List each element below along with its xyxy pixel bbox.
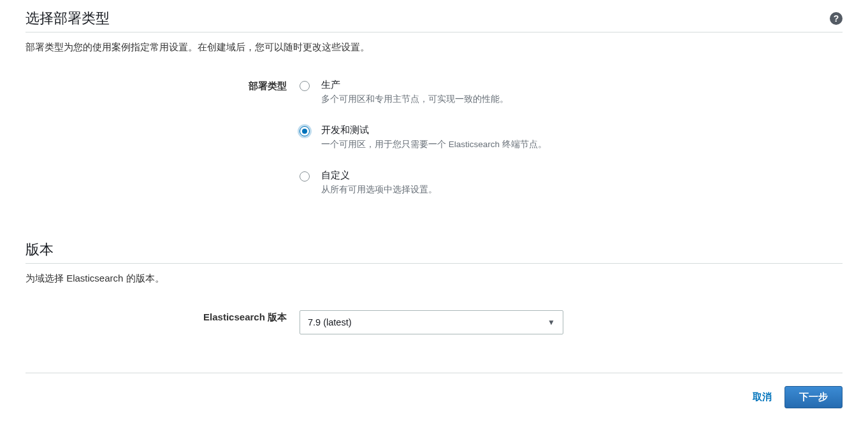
- radio-label-devtest: 开发和测试: [321, 124, 547, 136]
- radio-option-production[interactable]: 生产 多个可用区和专用主节点，可实现一致的性能。: [300, 79, 843, 105]
- radio-label-custom: 自定义: [321, 169, 437, 182]
- radio-circle-production[interactable]: [300, 81, 310, 91]
- version-title: 版本: [25, 240, 843, 259]
- deployment-type-radio-group: 生产 多个可用区和专用主节点，可实现一致的性能。 开发和测试 一个可用区，用于您…: [300, 79, 843, 196]
- version-select[interactable]: 7.9 (latest) ▼: [300, 310, 563, 334]
- radio-desc-devtest: 一个可用区，用于您只需要一个 Elasticsearch 终端节点。: [321, 139, 547, 150]
- radio-label-production: 生产: [321, 79, 509, 91]
- footer: 取消 下一步: [25, 373, 843, 408]
- deployment-type-description: 部署类型为您的使用案例指定常用设置。在创建域后，您可以随时更改这些设置。: [25, 41, 843, 54]
- deployment-type-title: 选择部署类型: [25, 9, 110, 28]
- version-label: Elasticsearch 版本: [203, 312, 287, 322]
- radio-circle-devtest[interactable]: [300, 126, 310, 136]
- radio-option-custom[interactable]: 自定义 从所有可用选项中选择设置。: [300, 169, 843, 196]
- radio-desc-production: 多个可用区和专用主节点，可实现一致的性能。: [321, 94, 509, 105]
- version-select-value: 7.9 (latest): [308, 317, 352, 327]
- radio-circle-custom[interactable]: [300, 171, 310, 182]
- next-button[interactable]: 下一步: [785, 386, 843, 408]
- deployment-type-label: 部署类型: [249, 80, 287, 91]
- cancel-button[interactable]: 取消: [753, 391, 772, 403]
- radio-option-devtest[interactable]: 开发和测试 一个可用区，用于您只需要一个 Elasticsearch 终端节点。: [300, 124, 843, 150]
- chevron-down-icon: ▼: [547, 318, 555, 327]
- version-description: 为域选择 Elasticsearch 的版本。: [25, 273, 843, 285]
- help-icon[interactable]: ?: [830, 12, 843, 25]
- radio-desc-custom: 从所有可用选项中选择设置。: [321, 184, 437, 196]
